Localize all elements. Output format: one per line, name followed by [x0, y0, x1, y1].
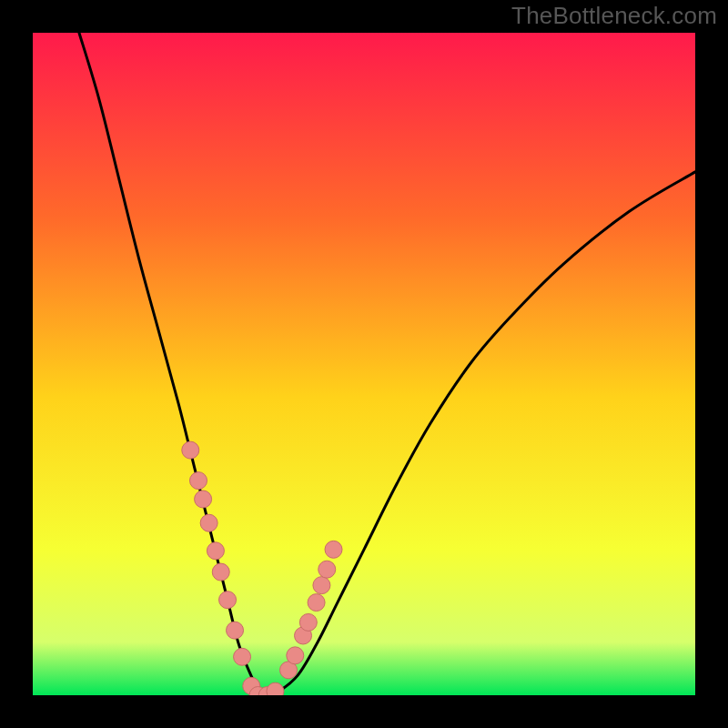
marker-dot	[227, 622, 244, 639]
marker-dot	[299, 613, 317, 631]
marker-dot	[287, 647, 304, 664]
chart-frame: TheBottleneck.com	[0, 0, 728, 728]
marker-dot	[308, 594, 325, 612]
marker-dot	[267, 682, 284, 695]
plot-area	[33, 33, 695, 695]
watermark-text: TheBottleneck.com	[511, 2, 717, 30]
marker-dot	[212, 563, 229, 581]
chart-svg	[33, 33, 695, 695]
marker-dot	[219, 592, 237, 609]
marker-dot	[207, 542, 224, 560]
marker-dot	[195, 490, 212, 508]
marker-dot	[182, 441, 199, 459]
marker-dot	[190, 472, 207, 490]
marker-dot	[313, 577, 330, 594]
marker-dot	[325, 541, 342, 558]
gradient-background	[33, 33, 695, 695]
marker-dot	[200, 514, 217, 531]
marker-dot	[318, 561, 336, 578]
marker-dot	[234, 648, 251, 665]
